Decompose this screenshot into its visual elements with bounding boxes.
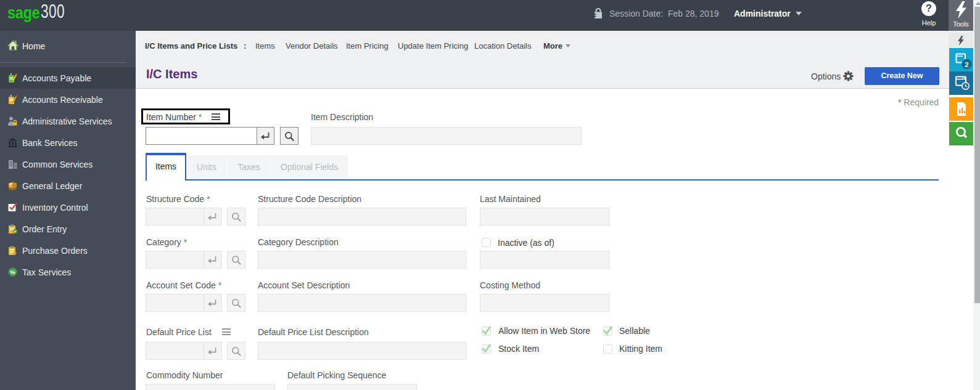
svg-text:%: % [10,269,15,275]
svg-text:2: 2 [965,61,968,68]
